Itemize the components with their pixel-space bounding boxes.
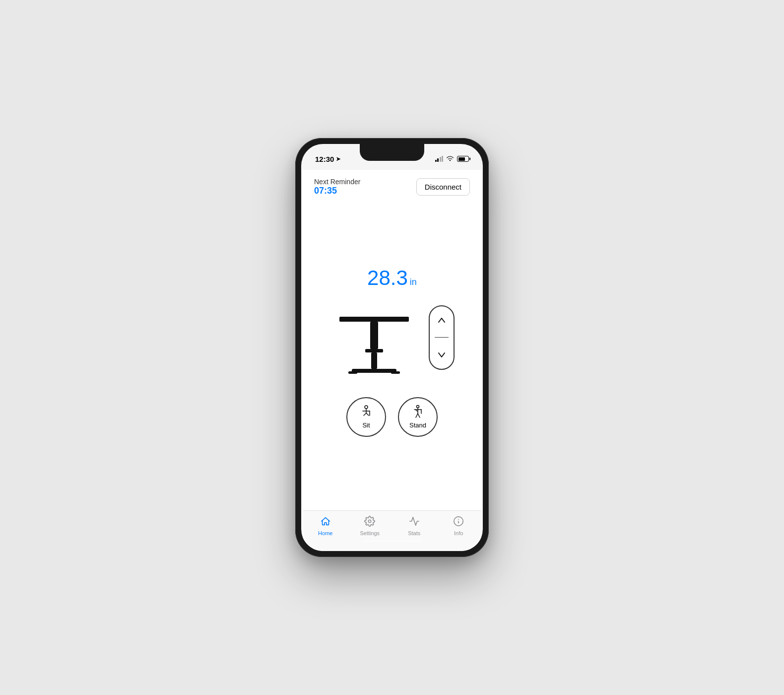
svg-line-16 — [418, 414, 420, 417]
sit-button[interactable]: Sit — [346, 397, 386, 437]
notch — [360, 144, 424, 161]
svg-point-20 — [369, 520, 372, 523]
phone-screen: 12:30 ➤ — [301, 144, 483, 551]
decrease-button[interactable] — [433, 346, 451, 364]
status-time: 12:30 ➤ — [315, 155, 340, 163]
phone-frame: 12:30 ➤ — [295, 138, 489, 557]
svg-rect-1 — [370, 322, 378, 349]
app-header: Next Reminder 07:35 Disconnect — [302, 170, 482, 202]
status-icons — [435, 155, 469, 163]
stand-label: Stand — [409, 421, 426, 429]
disconnect-button[interactable]: Disconnect — [416, 178, 470, 196]
wifi-icon — [446, 155, 454, 163]
svg-point-13 — [417, 406, 419, 408]
signal-icon — [435, 156, 444, 162]
height-unit: in — [410, 277, 417, 287]
height-control — [429, 305, 455, 370]
svg-rect-6 — [371, 352, 377, 369]
stand-button[interactable]: Stand — [398, 397, 438, 437]
stats-icon — [409, 516, 420, 529]
svg-line-10 — [366, 413, 369, 416]
svg-line-15 — [416, 414, 418, 417]
svg-rect-5 — [365, 349, 383, 352]
main-area: 28.3 in — [302, 202, 482, 510]
info-tab-label: Info — [454, 530, 463, 536]
increase-button[interactable] — [433, 311, 451, 329]
time-display: 12:30 — [315, 155, 334, 163]
height-display: 28.3 in — [367, 266, 417, 290]
battery-icon — [457, 156, 469, 162]
tab-bar: Home Settings — [303, 510, 481, 551]
preset-row: Sit Stan — [346, 397, 438, 437]
home-indicator — [362, 540, 422, 542]
stats-tab-label: Stats — [408, 530, 420, 536]
tab-settings[interactable]: Settings — [348, 516, 392, 536]
tab-stats[interactable]: Stats — [392, 516, 437, 536]
svg-rect-0 — [339, 317, 409, 322]
info-icon — [453, 516, 464, 529]
reminder-section: Next Reminder 07:35 — [314, 178, 360, 196]
tab-info[interactable]: Info — [437, 516, 481, 536]
svg-line-9 — [364, 413, 366, 416]
desk-illustration — [329, 298, 419, 377]
tab-home[interactable]: Home — [303, 516, 348, 536]
svg-rect-2 — [352, 369, 396, 373]
reminder-label: Next Reminder — [314, 178, 360, 186]
home-icon — [320, 516, 331, 529]
svg-rect-4 — [391, 371, 400, 374]
app-content: Next Reminder 07:35 Disconnect 28.3 in — [302, 170, 482, 551]
svg-rect-3 — [348, 371, 357, 374]
home-tab-label: Home — [318, 530, 332, 536]
settings-icon — [364, 516, 375, 529]
reminder-time: 07:35 — [314, 186, 360, 196]
desk-row — [329, 298, 455, 377]
sit-label: Sit — [362, 421, 370, 429]
control-divider — [435, 337, 449, 338]
svg-point-7 — [365, 406, 368, 409]
height-value: 28.3 — [367, 266, 408, 290]
settings-tab-label: Settings — [360, 530, 380, 536]
location-icon: ➤ — [336, 156, 340, 162]
